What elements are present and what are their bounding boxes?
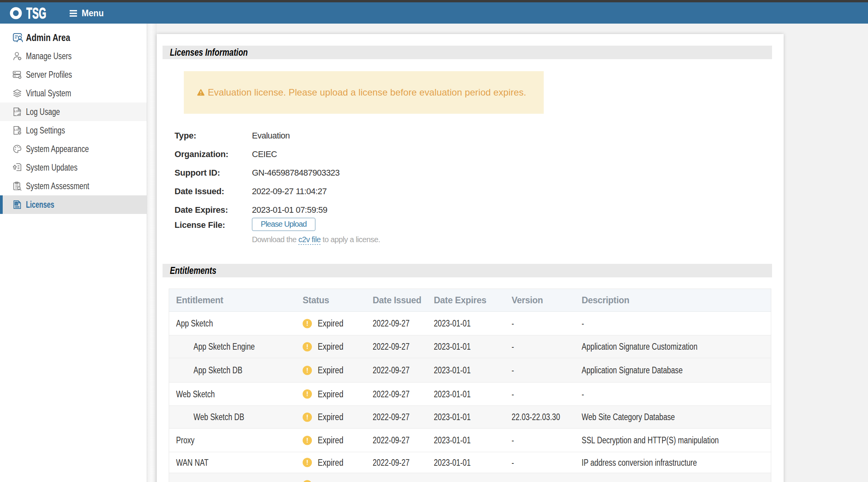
svg-text:LOG: LOG [14, 110, 20, 113]
